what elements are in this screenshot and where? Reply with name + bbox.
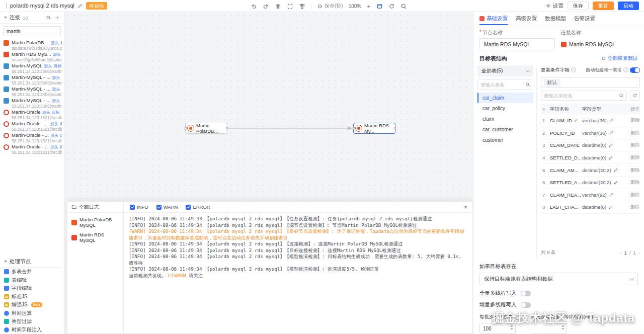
delete-field-button[interactable]: 删除 (627, 204, 640, 210)
field-search-input[interactable] (544, 93, 617, 99)
connection-item[interactable]: Martin-MySQL - ... 源头 目标 58.251.34.123:3… (0, 97, 64, 108)
connections-search-icon[interactable] (46, 15, 51, 21)
refresh-fields-button[interactable] (630, 91, 640, 101)
node-target-rds-mysql[interactable]: Martin RDS My... (353, 123, 395, 134)
zoom-in-button[interactable]: + (367, 3, 371, 10)
restore-defaults-button[interactable]: 全部恢复默认 (601, 55, 638, 62)
delete-field-button[interactable]: 删除 (627, 192, 640, 198)
processor-item[interactable]: 类型过滤 (0, 317, 64, 326)
log-node-item[interactable]: Martin RDS MySQL (67, 230, 123, 245)
delete-field-button[interactable]: 删除 (627, 167, 640, 174)
node-name-input[interactable] (481, 41, 553, 47)
collapse-caret-icon[interactable] (4, 17, 7, 19)
table-search-input[interactable] (480, 82, 524, 88)
auto-index-toggle[interactable] (630, 67, 640, 73)
full-multithread-toggle[interactable] (521, 291, 531, 296)
log-level-checkbox[interactable]: INFO (130, 204, 148, 210)
edit-type-icon[interactable] (613, 168, 618, 173)
tables-dropdown[interactable]: 全部表(5) (477, 65, 533, 76)
prev-page-button[interactable]: ‹ (620, 250, 621, 256)
connection-item[interactable]: Martin-Oracle - ... 源头 目标 58.251.34.123:… (0, 120, 64, 131)
log-node-item[interactable]: Martin PolarDB MySQL (67, 215, 123, 230)
checkbox-checked-icon[interactable] (156, 205, 162, 210)
input-port[interactable] (185, 127, 187, 130)
next-page-button[interactable]: › (638, 250, 640, 256)
close-icon[interactable]: × (463, 204, 467, 210)
update-condition-select[interactable]: 默认 (541, 77, 640, 88)
processor-item[interactable]: 时间字段注入 (0, 326, 64, 334)
edit-type-icon[interactable] (609, 130, 614, 135)
edit-type-icon[interactable] (608, 155, 613, 160)
connection-item[interactable]: Martin-MySQL 源头 目标 58.251.34.123:3306|ma… (0, 62, 64, 73)
settings-tab[interactable]: 告警设置 (574, 12, 595, 25)
processor-item[interactable]: 时间运算 (0, 309, 64, 318)
connections-section-header[interactable]: 连接 10 (0, 12, 64, 24)
node-source-polardb[interactable]: Martin PolarDB... (185, 123, 227, 134)
table-list-item[interactable]: claim (477, 114, 533, 124)
processors-section-header[interactable]: 处理节点 (0, 256, 64, 268)
auto-layout-icon[interactable] (299, 3, 305, 10)
connection-item[interactable]: Martin-Oracle 源头 目标 58.251.34.123:1521|l… (0, 108, 64, 120)
info-icon[interactable]: i (571, 67, 576, 72)
connection-item[interactable]: Martin-MySQL - ... 源头 目标 58.251.34.123:3… (0, 85, 64, 97)
connection-item[interactable]: Martin-MySQL - ... 源头 目标 58.251.34.123:3… (0, 73, 64, 85)
delete-field-button[interactable]: 删除 (627, 179, 640, 186)
search-icon[interactable] (400, 3, 407, 10)
settings-tab[interactable]: 数据模型 (545, 12, 566, 25)
table-list-item[interactable]: customer (477, 135, 533, 145)
number-stepper[interactable] (561, 325, 565, 330)
batch-wait-input[interactable] (533, 326, 565, 331)
log-level-checkbox[interactable]: ERROR (186, 204, 210, 210)
settings-button[interactable]: 设置 (545, 3, 564, 10)
edit-type-icon[interactable] (609, 118, 614, 123)
info-icon[interactable]: i (623, 67, 628, 72)
edit-type-icon[interactable] (613, 180, 618, 185)
delete-field-button[interactable]: 删除 (627, 117, 640, 124)
edit-title-icon[interactable] (77, 3, 83, 9)
output-port[interactable] (226, 127, 228, 130)
table-list-item[interactable]: car_policy (477, 103, 533, 114)
connection-item[interactable]: Martin RDS MyS... 源头 目标 rm-wz90jp8x86nm2… (0, 50, 64, 62)
checkbox-checked-icon[interactable] (186, 205, 191, 210)
fit-view-icon[interactable] (287, 3, 293, 10)
checkbox-checked-icon[interactable] (130, 205, 135, 210)
batch-size-input[interactable] (481, 326, 514, 331)
delete-icon[interactable] (275, 3, 281, 10)
connection-item[interactable]: Martin-Oracle - ... 源头 目标 58.251.34.123:… (0, 143, 64, 154)
field-search-box[interactable] (541, 91, 627, 101)
log-level-checkbox[interactable]: WARN (156, 204, 178, 210)
table-list-item[interactable]: car_customer (477, 124, 533, 135)
processor-item[interactable]: JS 增强JS Beta (0, 301, 64, 309)
log-output[interactable]: [INFO] 2024-08-06 11:49:33 【polardb mysq… (124, 213, 472, 333)
info-icon[interactable]: i (515, 315, 520, 320)
target-exists-select[interactable]: 保持目标端原有表结构和数据 (479, 273, 638, 285)
connection-search-input[interactable] (7, 29, 57, 34)
undo-icon[interactable] (251, 3, 257, 10)
reset-button[interactable]: 重置 (593, 2, 614, 10)
edit-type-icon[interactable] (608, 205, 613, 210)
save-button[interactable]: 保存 (568, 2, 589, 10)
settings-tab[interactable]: 基础设置 (479, 12, 508, 25)
settings-tab[interactable]: 高级设置 (516, 12, 537, 25)
connection-search-box[interactable] (3, 26, 61, 36)
processor-item[interactable]: 字段编辑 (0, 284, 64, 293)
redo-icon[interactable] (263, 3, 269, 10)
delete-field-button[interactable]: 删除 (627, 130, 640, 136)
edit-type-icon[interactable] (609, 192, 614, 197)
refresh-icon[interactable] (388, 3, 395, 10)
add-connection-icon[interactable] (54, 15, 60, 21)
output-port[interactable] (394, 127, 396, 130)
processor-item[interactable]: 表编辑 (0, 276, 64, 285)
input-port[interactable] (353, 127, 355, 130)
delete-field-button[interactable]: 删除 (627, 142, 640, 148)
processor-item[interactable]: JS 标准JS (0, 293, 64, 301)
connection-item[interactable]: Martin PolarDB ... 源头 目标 tapdata.rwlb.rd… (0, 39, 64, 50)
edit-type-icon[interactable] (608, 143, 613, 148)
table-list-item[interactable]: car_claim (477, 93, 533, 103)
table-search-box[interactable] (477, 79, 533, 90)
collapse-caret-icon[interactable] (4, 261, 7, 263)
incr-multithread-toggle[interactable] (521, 302, 531, 308)
delete-field-button[interactable]: 删除 (627, 154, 640, 161)
log-panel-toggle-icon[interactable] (376, 3, 383, 10)
processor-item[interactable]: 多表合并 (0, 268, 64, 276)
